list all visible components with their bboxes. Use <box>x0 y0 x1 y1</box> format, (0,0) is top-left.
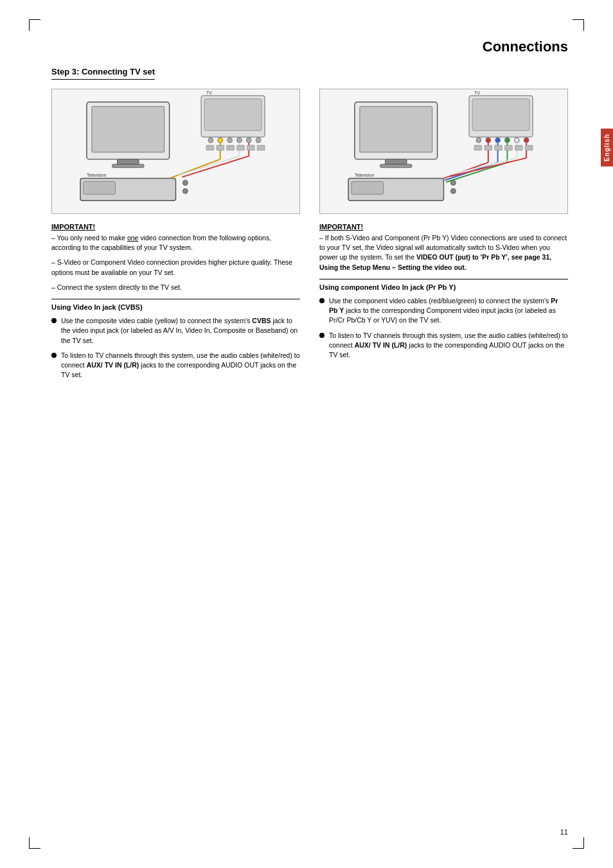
svg-rect-1 <box>92 107 164 152</box>
svg-rect-2 <box>117 159 139 164</box>
bullet-dot <box>319 298 324 303</box>
svg-rect-28 <box>247 145 254 150</box>
svg-rect-60 <box>495 145 502 150</box>
svg-point-7 <box>182 188 188 193</box>
right-bullet-list: Use the component video cables (red/blue… <box>319 296 568 360</box>
svg-point-13 <box>237 137 242 143</box>
svg-point-11 <box>218 137 223 143</box>
svg-point-15 <box>256 137 261 143</box>
svg-rect-61 <box>505 145 513 150</box>
page: English Connections Step 3: Connecting T… <box>0 0 613 868</box>
svg-text:Television: Television <box>87 173 106 177</box>
svg-rect-24 <box>206 145 214 150</box>
left-dash-2: – <box>51 258 57 266</box>
svg-rect-26 <box>227 145 235 150</box>
svg-text:TV: TV <box>206 91 212 95</box>
svg-rect-9 <box>204 99 262 130</box>
list-item-text: Use the component video cables (red/blue… <box>329 296 568 326</box>
svg-point-10 <box>208 137 213 143</box>
svg-point-41 <box>486 137 491 143</box>
list-item-text: Use the composite video cable (yellow) t… <box>61 316 300 346</box>
svg-rect-32 <box>385 159 407 164</box>
left-sub-heading: Using Video In jack (CVBS) <box>51 303 300 311</box>
right-divider <box>319 279 568 279</box>
svg-line-17 <box>170 159 220 179</box>
left-bullet-list: Use the composite video cable (yellow) t… <box>51 316 300 380</box>
left-important-section: IMPORTANT! – You only need to make one v… <box>51 223 300 292</box>
svg-point-43 <box>505 137 510 143</box>
svg-point-12 <box>227 137 233 143</box>
svg-rect-27 <box>237 145 245 150</box>
right-important-heading: IMPORTANT! <box>319 223 568 231</box>
page-title: Connections <box>51 39 568 55</box>
svg-rect-39 <box>472 99 529 130</box>
corner-mark-tr <box>573 19 584 31</box>
right-sub-heading: Using component Video In jack (Pr Pb Y) <box>319 283 568 291</box>
corner-mark-bl <box>29 837 40 849</box>
left-important-text-3: – Connect the system directly to the TV … <box>51 283 300 292</box>
list-item: Use the component video cables (red/blue… <box>319 296 568 326</box>
svg-point-45 <box>524 137 529 143</box>
svg-rect-31 <box>360 107 432 152</box>
svg-point-40 <box>476 137 481 143</box>
corner-mark-br <box>573 837 584 849</box>
svg-line-54 <box>449 158 517 175</box>
svg-line-20 <box>179 156 239 175</box>
list-item-text: To listen to TV channels through this sy… <box>61 351 300 380</box>
bullet-dot <box>319 333 324 338</box>
corner-mark-tl <box>29 19 40 31</box>
right-important-text: – If both S-Video and Component (Pr Pb Y… <box>319 233 568 272</box>
left-important-heading: IMPORTANT! <box>51 223 300 231</box>
list-item: To listen to TV channels through this sy… <box>51 351 300 380</box>
svg-rect-58 <box>474 145 482 150</box>
svg-rect-59 <box>484 145 492 150</box>
list-item: To listen to TV channels through this sy… <box>319 331 568 360</box>
left-important-text-1: – You only need to make one video connec… <box>51 233 300 252</box>
list-item-text: To listen to TV channels through this sy… <box>329 331 568 360</box>
left-important-text-2: – S-Video or Component Video connection … <box>51 258 300 277</box>
svg-point-44 <box>514 137 519 143</box>
svg-rect-33 <box>380 164 412 168</box>
svg-rect-35 <box>351 182 383 195</box>
svg-text:Television: Television <box>355 173 374 177</box>
diagram-right: TV Television <box>319 89 568 214</box>
svg-point-6 <box>182 181 188 186</box>
left-column: TV Television IMPORTANT! – You only need… <box>51 89 300 385</box>
svg-line-21 <box>182 156 249 177</box>
svg-point-14 <box>246 137 251 143</box>
step-header: Step 3: Connecting TV set <box>51 67 155 80</box>
left-dash-3: – <box>51 283 57 291</box>
diagram-left: TV Television <box>51 89 300 214</box>
svg-rect-5 <box>84 182 115 195</box>
svg-rect-25 <box>217 145 224 150</box>
svg-point-37 <box>450 188 456 193</box>
two-column-layout: TV Television IMPORTANT! – You only need… <box>51 89 568 385</box>
svg-rect-29 <box>257 145 265 150</box>
svg-rect-62 <box>515 145 522 150</box>
svg-rect-63 <box>525 145 533 150</box>
svg-rect-3 <box>112 164 144 168</box>
left-divider <box>51 299 300 299</box>
language-tab: English <box>601 128 613 166</box>
bullet-dot <box>51 318 57 323</box>
right-column: TV Television IMPORTANT! – If both S-Vid… <box>319 89 568 385</box>
bullet-dot <box>51 353 57 358</box>
right-important-section: IMPORTANT! – If both S-Video and Compone… <box>319 223 568 272</box>
svg-point-42 <box>495 137 501 143</box>
list-item: Use the composite video cable (yellow) t… <box>51 316 300 346</box>
page-number: 11 <box>560 828 568 836</box>
svg-text:TV: TV <box>474 91 480 95</box>
left-dash-1: – <box>51 234 57 242</box>
